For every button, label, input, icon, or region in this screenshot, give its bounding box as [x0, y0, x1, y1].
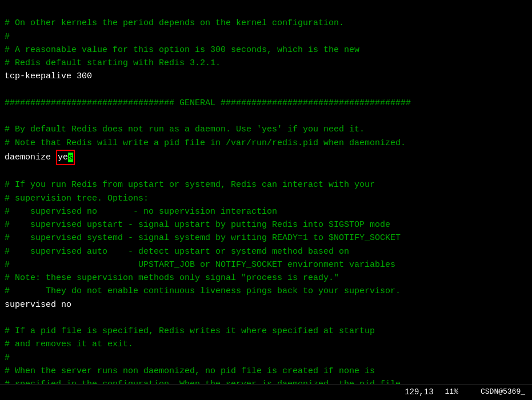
line-19: # UPSTART_JOB or NOTIFY_SOCKET environme…: [5, 260, 395, 270]
line-14: # supervision tree. Options:: [5, 194, 149, 203]
line-5: tcp-keepalive 300: [5, 71, 92, 81]
line-25: # and removes it at exit.: [5, 339, 133, 349]
editor: # On other kernels the period depends on…: [0, 0, 532, 400]
line-8: [5, 111, 10, 121]
line-13: # If you run Redis from upstart or syste…: [5, 180, 375, 190]
line-7: ################################# GENERA…: [5, 98, 411, 108]
line-12: [5, 167, 10, 177]
line-17: # supervised systemd - signal systemd by…: [5, 233, 401, 243]
line-1: # On other kernels the period depends on…: [5, 18, 344, 28]
brand-label: 11% CSDN@5369_: [445, 386, 525, 398]
line-23: [5, 313, 10, 323]
cursor: s: [68, 153, 73, 162]
line-10: # Note that Redis will write a pid file …: [5, 138, 406, 148]
line-27: # When the server runs non daemonized, n…: [5, 366, 375, 376]
line-16: # supervised upstart - signal upstart by…: [5, 220, 390, 230]
line-4: # Redis default starting with Redis 3.2.…: [5, 58, 221, 68]
line-22: supervised no: [5, 300, 71, 310]
status-bar: 129,13 11% CSDN@5369_: [0, 384, 532, 400]
line-21: # They do not enable continuous liveness…: [5, 286, 401, 296]
code-content: # On other kernels the period depends on…: [5, 3, 527, 400]
brand-name: CSDN@5369_: [481, 387, 525, 396]
line-3: # A reasonable value for this option is …: [5, 45, 359, 55]
line-6: [5, 85, 10, 95]
line-18: # supervised auto - detect upstart or sy…: [5, 247, 349, 257]
line-9: # By default Redis does not run as a dae…: [5, 125, 365, 134]
percent-label: 11%: [445, 387, 458, 396]
line-15: # supervised no - no supervision interac…: [5, 207, 277, 217]
line-20: # Note: these supervision methods only s…: [5, 273, 339, 283]
line-11-daemonize: daemonize yes: [5, 153, 75, 162]
line-26: #: [5, 353, 10, 363]
cursor-position: 129,13: [405, 386, 433, 399]
line-2: #: [5, 32, 10, 42]
line-24: # If a pid file is specified, Redis writ…: [5, 326, 375, 336]
